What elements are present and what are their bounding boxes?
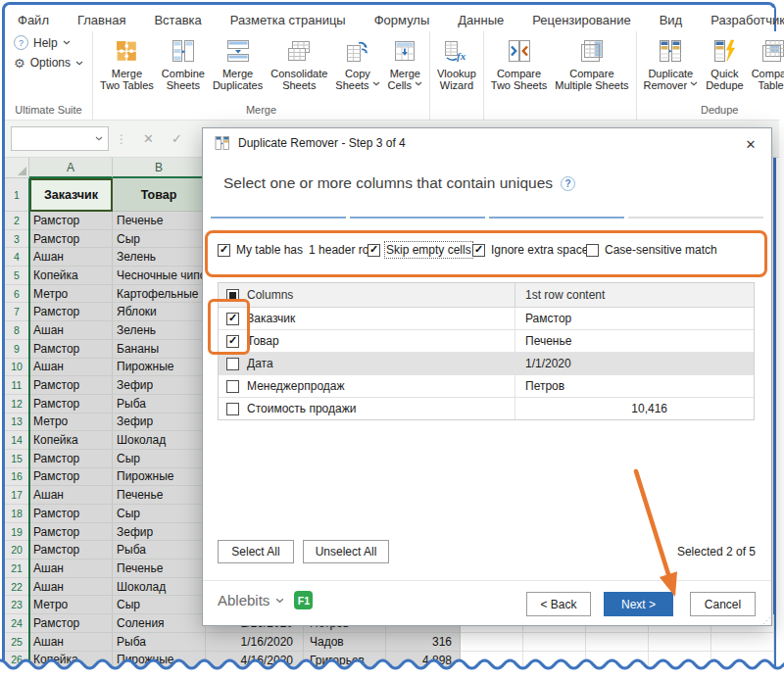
row-header[interactable]: 13 xyxy=(5,413,29,432)
row-header[interactable]: 1 xyxy=(5,178,29,212)
empty-cell[interactable] xyxy=(649,652,711,670)
empty-cell[interactable] xyxy=(523,652,586,670)
select-all-button[interactable]: Select All xyxy=(218,540,294,563)
copy-sheets-button[interactable]: Copy Sheets xyxy=(331,35,383,91)
manager-cell[interactable]: Григорьев xyxy=(304,652,386,670)
column-row[interactable]: Товар Печенье xyxy=(219,330,754,353)
product-cell[interactable]: Зефир xyxy=(113,413,206,432)
tab-insert[interactable]: Вставка xyxy=(154,13,201,27)
back-button[interactable]: < Back xyxy=(526,592,591,616)
product-cell[interactable]: Рыба xyxy=(113,633,206,652)
compare-tables-button[interactable]: Compare Tables xyxy=(748,35,784,91)
product-cell[interactable]: Зелень xyxy=(113,321,206,340)
product-cell[interactable]: Пирожные xyxy=(113,468,206,487)
empty-cell[interactable] xyxy=(586,652,649,670)
close-icon[interactable]: ✕ xyxy=(742,135,760,153)
product-cell[interactable]: Шоколад xyxy=(113,578,206,597)
dialog-title-bar[interactable]: Duplicate Remover - Step 3 of 4 xyxy=(203,128,771,158)
customer-cell[interactable]: Копейка xyxy=(29,267,113,285)
product-cell[interactable]: Сыр xyxy=(113,450,206,468)
compare-multiple-sheets-button[interactable]: Compare Multiple Sheets xyxy=(551,35,632,91)
row-header[interactable]: 23 xyxy=(5,596,29,614)
row-header[interactable]: 25 xyxy=(5,633,29,652)
active-cell-a1[interactable]: Заказчик xyxy=(29,178,113,212)
customer-cell[interactable]: Метро xyxy=(29,285,113,304)
product-cell[interactable]: Печенье xyxy=(113,212,206,230)
row-header[interactable]: 18 xyxy=(5,505,29,523)
merge-duplicates-button[interactable]: Merge Duplicates xyxy=(209,35,267,91)
tab-file[interactable]: Файл xyxy=(18,13,49,27)
column-checkbox[interactable] xyxy=(226,380,239,393)
product-cell[interactable]: Сыр xyxy=(113,505,206,523)
row-header[interactable]: 20 xyxy=(5,541,29,559)
empty-cell[interactable] xyxy=(586,633,649,652)
product-cell[interactable]: Чесночные чипс xyxy=(113,267,206,285)
cell-b1[interactable]: Товар xyxy=(113,178,206,212)
product-cell[interactable]: Зефир xyxy=(113,523,206,542)
ablebits-menu[interactable]: Ablebits F1 xyxy=(218,591,313,609)
product-cell[interactable]: Яблоки xyxy=(113,303,206,321)
tab-developer[interactable]: Разработчик xyxy=(710,13,784,27)
customer-cell[interactable]: Рамстор xyxy=(29,395,113,413)
column-row[interactable]: Заказчик Рамстор xyxy=(219,308,754,330)
product-cell[interactable]: Пирожные xyxy=(113,652,206,670)
merge-cells-button[interactable]: Merge Cells xyxy=(384,35,426,91)
product-cell[interactable]: Зефир xyxy=(113,376,206,395)
customer-cell[interactable]: Ашан xyxy=(29,578,113,597)
row-header[interactable]: 5 xyxy=(5,267,29,285)
row-header[interactable]: 3 xyxy=(5,230,29,249)
row-header[interactable]: 17 xyxy=(5,486,29,505)
column-row[interactable]: Дата 1/1/2020 xyxy=(219,353,754,375)
checkbox[interactable] xyxy=(472,244,485,257)
customer-cell[interactable]: Рамстор xyxy=(29,505,113,523)
row-header[interactable]: 21 xyxy=(5,559,29,578)
tab-view[interactable]: Вид xyxy=(660,13,683,27)
product-cell[interactable]: Пирожные xyxy=(113,359,206,377)
row-header[interactable]: 12 xyxy=(5,395,29,413)
customer-cell[interactable]: Копейка xyxy=(29,652,113,670)
row-header[interactable]: 26 xyxy=(5,652,29,670)
consolidate-sheets-button[interactable]: Consolidate Sheets xyxy=(267,35,331,91)
customer-cell[interactable]: Рамстор xyxy=(29,468,113,487)
options-button[interactable]: ⚙ Options xyxy=(14,56,83,70)
row-header[interactable]: 22 xyxy=(5,578,29,597)
option-my-table-has-header[interactable]: My table has 1 header row xyxy=(218,243,377,257)
product-cell[interactable]: Сыр xyxy=(113,230,206,249)
row-header[interactable]: 4 xyxy=(5,248,29,267)
product-cell[interactable]: Рыба xyxy=(113,395,206,413)
product-cell[interactable]: Печенье xyxy=(113,559,206,578)
unselect-all-button[interactable]: Unselect All xyxy=(303,540,389,563)
value-cell[interactable]: 4,898 xyxy=(386,652,461,670)
product-cell[interactable]: Рыба xyxy=(113,541,206,559)
empty-cell[interactable] xyxy=(711,633,774,652)
column-row[interactable]: Стоимость продажи 10,416 xyxy=(219,398,754,419)
compare-two-sheets-button[interactable]: Compare Two Sheets xyxy=(487,35,551,91)
option-case-sensitive-match[interactable]: Case-sensitive match xyxy=(586,243,717,257)
customer-cell[interactable]: Рамстор xyxy=(29,230,113,249)
column-checkbox[interactable] xyxy=(226,313,239,325)
row-header[interactable]: 7 xyxy=(5,303,29,321)
row-header[interactable]: 6 xyxy=(5,285,29,304)
column-checkbox[interactable] xyxy=(226,403,239,415)
customer-cell[interactable]: Метро xyxy=(29,413,113,432)
resize-grip[interactable]: ⋰ xyxy=(762,616,770,625)
column-row[interactable]: Менеджерпродаж Петров xyxy=(219,375,754,398)
date-cell[interactable]: 4/16/2020 xyxy=(206,652,304,670)
duplicate-remover-button[interactable]: Duplicate Remover xyxy=(640,35,703,91)
product-cell[interactable]: Шоколад xyxy=(113,431,206,450)
vlookup-wizard-button[interactable]: fx Vlookup Wizard xyxy=(433,35,480,91)
customer-cell[interactable]: Рамстор xyxy=(29,614,113,633)
empty-cell[interactable] xyxy=(711,652,774,670)
customer-cell[interactable]: Метро xyxy=(29,596,113,614)
customer-cell[interactable]: Ашан xyxy=(29,359,113,377)
checkbox[interactable] xyxy=(368,244,380,257)
customer-cell[interactable]: Рамстор xyxy=(29,303,113,321)
empty-cell[interactable] xyxy=(461,633,523,652)
value-cell[interactable]: 316 xyxy=(386,633,461,652)
customer-cell[interactable]: Рамстор xyxy=(29,450,113,468)
row-header[interactable]: 11 xyxy=(5,376,29,395)
select-all-corner[interactable] xyxy=(5,158,29,178)
help-question-icon[interactable]: ? xyxy=(561,176,575,191)
row-header[interactable]: 10 xyxy=(5,359,29,377)
help-button[interactable]: ? Help xyxy=(14,35,83,50)
